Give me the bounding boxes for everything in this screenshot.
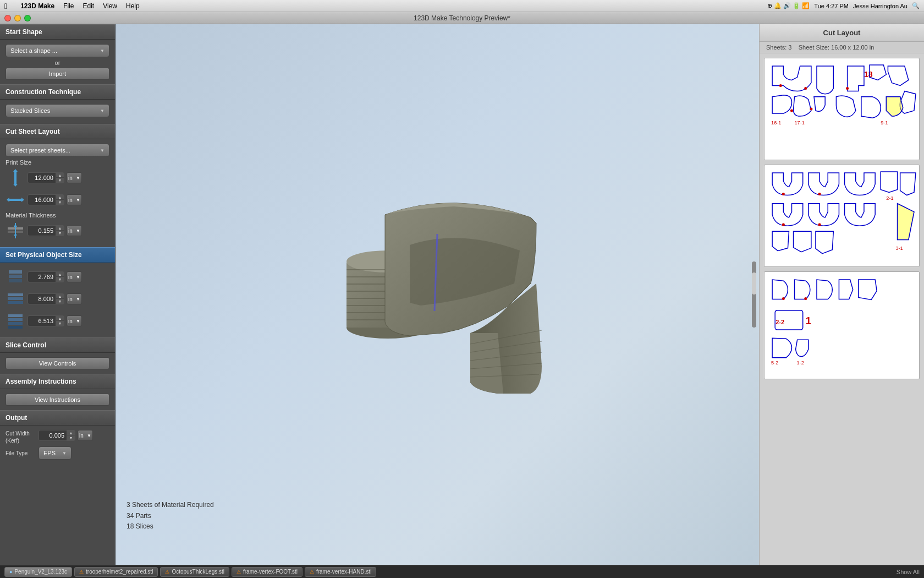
width-down[interactable]: ▼ bbox=[56, 200, 64, 205]
dim3-unit[interactable]: in▼ bbox=[67, 315, 82, 326]
svg-point-49 bbox=[782, 193, 785, 195]
tab-trooper-label: trooperhelmet2_repaired.stl bbox=[86, 569, 153, 575]
width-unit[interactable]: in▼ bbox=[67, 194, 82, 205]
width-up[interactable]: ▲ bbox=[56, 195, 64, 200]
cut-width-down[interactable]: ▼ bbox=[67, 435, 75, 440]
cut-width-unit[interactable]: in▼ bbox=[78, 430, 93, 441]
thickness-icon bbox=[6, 221, 25, 241]
import-button[interactable]: Import bbox=[6, 68, 109, 80]
svg-rect-18 bbox=[8, 318, 23, 321]
file-menu[interactable]: File bbox=[63, 2, 74, 10]
cut-width-input[interactable]: ▲ ▼ bbox=[38, 430, 75, 441]
tab-trooper[interactable]: ⚠ trooperhelmet2_repaired.stl bbox=[74, 567, 158, 577]
assembly-header: Assembly Instructions bbox=[0, 374, 115, 389]
thickness-value bbox=[28, 227, 56, 234]
cut-width-value bbox=[39, 432, 67, 439]
edit-menu[interactable]: Edit bbox=[83, 2, 95, 10]
svg-point-44 bbox=[846, 87, 849, 90]
cut-layout-header: Cut Layout bbox=[760, 24, 924, 42]
app-menu[interactable]: 123D Make bbox=[20, 2, 54, 10]
tab-hand-icon: ⚠ bbox=[310, 569, 314, 575]
svg-point-50 bbox=[818, 193, 821, 195]
thickness-label: Material Thickness bbox=[6, 212, 109, 219]
thickness-down[interactable]: ▼ bbox=[56, 231, 64, 236]
tab-frame-hand[interactable]: ⚠ frame-vertex-HAND.stl bbox=[305, 567, 377, 577]
svg-text:9-1: 9-1 bbox=[881, 120, 888, 126]
height-value bbox=[28, 175, 56, 181]
app-container: Start Shape Select a shape ... ▼ or Impo… bbox=[0, 24, 924, 565]
tab-octopus[interactable]: ⚠ OctopusThickLegs.stl bbox=[160, 567, 229, 577]
dim1-up[interactable]: ▲ bbox=[56, 272, 64, 277]
maximize-button[interactable] bbox=[24, 15, 31, 21]
svg-marker-2 bbox=[13, 184, 18, 187]
dim2-icon bbox=[6, 289, 25, 309]
view-menu[interactable]: View bbox=[103, 2, 117, 10]
cut-width-label: Cut Width(Kerf) bbox=[6, 430, 36, 444]
height-input[interactable]: ▲ ▼ bbox=[28, 172, 64, 183]
svg-rect-3 bbox=[8, 199, 23, 201]
dim3-icon bbox=[6, 311, 25, 331]
view-instructions-button[interactable]: View Instructions bbox=[6, 394, 109, 406]
height-unit[interactable]: in▼ bbox=[67, 172, 82, 183]
output-header: Output bbox=[0, 410, 115, 426]
view-controls-button[interactable]: View Controls bbox=[6, 357, 109, 369]
dim2-unit[interactable]: in▼ bbox=[67, 293, 82, 304]
menu-bar:  123D Make File Edit View Help ⊕ 🔔 🔊 🔋 … bbox=[0, 0, 924, 12]
title-bar: 123D Make Technology Preview* bbox=[0, 12, 924, 24]
tab-penguin-label: Penguin_V2_L3.123c bbox=[14, 569, 67, 575]
svg-point-43 bbox=[804, 87, 807, 90]
viewport[interactable]: 3 Sheets of Material Required 34 Parts 1… bbox=[116, 24, 759, 565]
right-panel: Cut Layout Sheets: 3 Sheet Size: 16.00 x… bbox=[759, 24, 924, 565]
dim3-down[interactable]: ▼ bbox=[56, 321, 64, 326]
help-menu[interactable]: Help bbox=[126, 2, 140, 10]
dim2-down[interactable]: ▼ bbox=[56, 299, 64, 304]
sheet-3-svg: 2-2 1 5-2 1-2 bbox=[767, 274, 917, 374]
height-up[interactable]: ▲ bbox=[56, 173, 64, 178]
tab-penguin-icon: ● bbox=[9, 569, 12, 575]
cut-width-up[interactable]: ▲ bbox=[67, 430, 75, 435]
search-icon[interactable]: 🔍 bbox=[912, 2, 920, 9]
dim3-up[interactable]: ▲ bbox=[56, 316, 64, 321]
svg-rect-16 bbox=[8, 301, 23, 304]
cut-sheet-3[interactable]: 2-2 1 5-2 1-2 bbox=[764, 271, 920, 379]
svg-text:16-1: 16-1 bbox=[771, 120, 781, 126]
svg-marker-4 bbox=[7, 198, 9, 202]
preset-sheets-dropdown[interactable]: Select preset sheets... ▼ bbox=[6, 144, 109, 157]
close-button[interactable] bbox=[4, 15, 11, 21]
dim2-value bbox=[28, 296, 56, 302]
sheet-size: Sheet Size: 16.00 x 12.00 in bbox=[799, 44, 875, 51]
svg-point-51 bbox=[782, 223, 785, 226]
cut-sheet-1[interactable]: 18 16-1 17-1 9-1 bbox=[764, 58, 920, 160]
thickness-up[interactable]: ▲ bbox=[56, 226, 64, 231]
minimize-button[interactable] bbox=[14, 15, 21, 21]
shape-dropdown[interactable]: Select a shape ... ▼ bbox=[6, 44, 109, 57]
svg-rect-15 bbox=[8, 297, 23, 300]
file-type-dropdown[interactable]: EPS ▼ bbox=[38, 446, 72, 460]
thickness-unit[interactable]: in▼ bbox=[67, 225, 82, 236]
cut-sheet-2[interactable]: 2-1 3-1 bbox=[764, 165, 920, 267]
svg-rect-12 bbox=[9, 275, 22, 278]
svg-marker-1 bbox=[13, 169, 18, 172]
scroll-indicator[interactable] bbox=[752, 261, 756, 328]
show-all-button[interactable]: Show All bbox=[897, 569, 920, 575]
thickness-input[interactable]: ▲ ▼ bbox=[28, 225, 64, 236]
svg-rect-19 bbox=[8, 322, 23, 325]
dim1-down[interactable]: ▼ bbox=[56, 277, 64, 282]
dim1-unit[interactable]: in▼ bbox=[67, 271, 82, 282]
dim3-input[interactable]: ▲ ▼ bbox=[28, 315, 64, 326]
width-input[interactable]: ▲ ▼ bbox=[28, 194, 64, 205]
dim2-input[interactable]: ▲ ▼ bbox=[28, 293, 64, 304]
tab-hand-label: frame-vertex-HAND.stl bbox=[316, 569, 372, 575]
svg-point-59 bbox=[804, 297, 807, 300]
tab-frame-foot[interactable]: ⚠ frame-vertex-FOOT.stl bbox=[232, 567, 302, 577]
dim1-input[interactable]: ▲ ▼ bbox=[28, 271, 64, 282]
width-icon bbox=[6, 190, 25, 210]
svg-point-42 bbox=[779, 84, 782, 87]
apple-menu[interactable]:  bbox=[4, 2, 7, 10]
construction-dropdown[interactable]: Stacked Slices ▼ bbox=[6, 104, 109, 117]
dim2-up[interactable]: ▲ bbox=[56, 294, 64, 299]
height-down[interactable]: ▼ bbox=[56, 178, 64, 183]
height-icon bbox=[6, 168, 25, 188]
svg-text:1: 1 bbox=[806, 315, 811, 326]
tab-penguin[interactable]: ● Penguin_V2_L3.123c bbox=[4, 567, 72, 577]
